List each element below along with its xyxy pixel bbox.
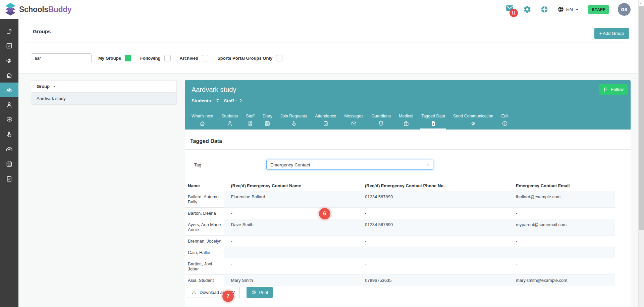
- group-list-sort-header[interactable]: Group: [31, 81, 176, 93]
- medical-bag-icon: [403, 120, 409, 126]
- checkbox-sports-portal-groups-only[interactable]: [276, 55, 282, 61]
- settings-button[interactable]: [523, 5, 531, 13]
- tab-send-communication[interactable]: Send Communication: [453, 114, 493, 130]
- filter-checkboxes: My GroupsFollowingArchivedSports Portal …: [98, 55, 282, 61]
- group-detail-body: Tagged Data Tag Emergency Contact Name(R…: [185, 130, 631, 307]
- column-header-emergency-contact-email: Emergency Contact Email: [509, 180, 615, 191]
- checkbox-following[interactable]: [164, 55, 171, 61]
- sidebar-item-forms[interactable]: [0, 171, 18, 186]
- brand-name-primary: Schools: [19, 5, 48, 14]
- column-header-req-d-emergency-contact-phone-no: (Req'd) Emergency Contact Phone No.: [358, 180, 509, 191]
- cell-phone: -: [358, 208, 509, 219]
- filter-following: Following: [140, 55, 171, 61]
- help-button[interactable]: [540, 5, 548, 13]
- vertical-scrollbar[interactable]: [638, 0, 644, 307]
- level-up-icon: [6, 28, 13, 35]
- checkbox-my-groups[interactable]: [125, 55, 131, 61]
- schoolsbuddy-logo-icon: [4, 2, 17, 17]
- cell-name: Ballard, Autumn Bally: [185, 191, 224, 208]
- shield-icon: [378, 120, 384, 126]
- cloud-download-icon: [6, 146, 13, 153]
- tab-messages[interactable]: Messages: [344, 114, 363, 130]
- group-search-input[interactable]: [31, 53, 92, 63]
- group-list-item[interactable]: Aardvark study: [31, 93, 176, 104]
- scrollbar-thumb[interactable]: [639, 6, 644, 230]
- tab-join-requests[interactable]: Join Requests: [280, 114, 307, 130]
- column-header-name: Name: [185, 180, 224, 191]
- sidebar-item-tasks[interactable]: [0, 38, 18, 53]
- users-icon: [6, 87, 13, 94]
- sidebar-item-home[interactable]: [0, 68, 18, 83]
- hand-pointer-icon: [291, 120, 297, 126]
- language-selector[interactable]: EN: [557, 6, 579, 13]
- hand-pointer-icon: [6, 131, 13, 138]
- tab-attendance[interactable]: Attendance: [315, 114, 336, 130]
- stat-students: Students :7: [192, 98, 219, 103]
- table-row: Ayers, Ann Marie AnnieDave Smith01234 56…: [185, 219, 615, 236]
- stat-label: Staff :: [224, 98, 237, 103]
- tag-select[interactable]: Emergency Contact: [266, 160, 433, 170]
- sidebar-item-groups[interactable]: [0, 83, 18, 97]
- tab-label: Join Requests: [280, 114, 307, 118]
- tagged-data-table-wrap: Name(Req'd) Emergency Contact Name(Req'd…: [185, 180, 631, 286]
- cell-email: fballard@example.com: [509, 191, 615, 208]
- brand-name: SchoolsBuddy: [19, 5, 71, 14]
- sidebar-item-people[interactable]: [0, 97, 18, 112]
- tab-medical[interactable]: Medical: [399, 114, 413, 130]
- add-group-button[interactable]: + Add Group: [594, 28, 629, 39]
- stat-staff: Staff :2: [224, 98, 242, 103]
- tab-staff[interactable]: Staff: [246, 114, 254, 130]
- tab-tagged-data[interactable]: Tagged Data: [421, 114, 445, 130]
- sidebar-item-calendar[interactable]: [0, 156, 18, 171]
- sort-caret-icon: [53, 85, 56, 88]
- group-list-card: Group Aardvark study: [31, 80, 177, 105]
- group-stats: Students :7Staff :2: [192, 98, 624, 103]
- filter-archived: Archived: [180, 55, 209, 61]
- tab-label: Messages: [344, 114, 363, 118]
- avatar[interactable]: GS: [618, 3, 631, 16]
- tab-label: Students: [221, 114, 238, 118]
- scroll-up-arrow-icon[interactable]: [639, 0, 644, 6]
- cell-email: -: [509, 258, 615, 275]
- tab-label: Edit: [501, 114, 509, 118]
- follow-button[interactable]: Follow: [599, 84, 628, 95]
- main-content: Groups + Add Group My GroupsFollowingArc…: [18, 19, 638, 307]
- table-row: Ballard, Autumn BallyFlorentine Ballard0…: [185, 191, 615, 208]
- sidebar-item-downloads[interactable]: [0, 142, 18, 156]
- sidebar-item-signpost[interactable]: [0, 112, 18, 127]
- table-row: Barton, Deena---: [185, 208, 615, 219]
- tab-label: Medical: [399, 114, 413, 118]
- tab-guardians[interactable]: Guardians: [371, 114, 391, 130]
- clipboard-check-icon: [6, 175, 13, 182]
- messages-button[interactable]: 11: [505, 4, 514, 12]
- megaphone-icon: [6, 57, 13, 64]
- brand-logo[interactable]: SchoolsBuddy: [4, 2, 71, 17]
- group-title: Aardvark study: [192, 80, 624, 94]
- tab-edit[interactable]: Edit: [501, 114, 509, 130]
- sidebar-item-level-up[interactable]: [0, 23, 18, 38]
- cell-contact-name: Mary Smith: [224, 275, 358, 286]
- tab-diary[interactable]: Diary: [263, 114, 272, 130]
- table-row: Brennan, Jocelyn---: [185, 236, 615, 247]
- group-detail-header: Aardvark study Follow Students :7Staff :…: [185, 80, 631, 130]
- tab-label: Guardians: [371, 114, 391, 118]
- sidebar-item-announcements[interactable]: [0, 53, 18, 68]
- stat-label: Students :: [192, 98, 214, 103]
- tab-students[interactable]: Students: [221, 114, 238, 130]
- check-square-icon: [6, 42, 13, 49]
- globe-icon: [557, 6, 564, 13]
- print-button[interactable]: Print: [247, 287, 273, 298]
- filter-label: Following: [140, 56, 161, 61]
- cell-contact-name: Dave Smith: [224, 219, 358, 236]
- sidebar-item-join-requests[interactable]: [0, 127, 18, 142]
- cell-contact-name: Florentine Ballard: [224, 191, 358, 208]
- cell-email: myparent@somemail.com: [509, 219, 615, 236]
- gear-icon: [523, 5, 531, 13]
- topbar-actions: 11 EN STAFF GS: [505, 3, 631, 16]
- tab-label: Tagged Data: [421, 114, 445, 118]
- tab-what-s-next[interactable]: What's next: [192, 114, 213, 130]
- cell-contact-name: -: [224, 236, 358, 247]
- group-list: Aardvark study: [31, 93, 176, 104]
- checkbox-archived[interactable]: [202, 55, 208, 61]
- table-row: Cain, Hallie---: [185, 247, 615, 258]
